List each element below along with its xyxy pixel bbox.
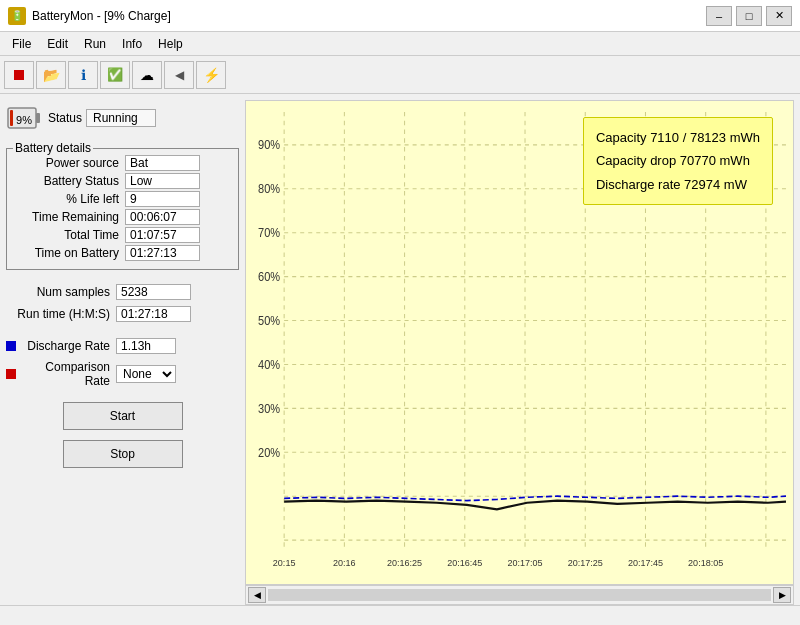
time-on-battery-value: 01:27:13 [125,245,200,261]
total-time-value: 01:07:57 [125,227,200,243]
toolbar-check[interactable]: ✅ [100,61,130,89]
num-samples-value: 5238 [116,284,191,300]
life-left-value: 9 [125,191,200,207]
left-panel: 9% Status Running Battery details Power … [0,94,245,605]
menu-edit[interactable]: Edit [39,35,76,53]
comparison-rate-select[interactable]: None [116,365,176,383]
svg-text:70%: 70% [258,227,280,240]
app-icon: 🔋 [8,7,26,25]
battery-details-group: Battery details Power source Bat Battery… [6,148,239,270]
svg-text:20:18:05: 20:18:05 [688,557,723,568]
discharge-rate-indicator [6,341,16,351]
menu-bar: File Edit Run Info Help [0,32,800,56]
status-bar [0,605,800,625]
num-samples-row: Num samples 5238 [6,284,239,300]
discharge-rate-value: 1.13h [116,338,176,354]
power-source-row: Power source Bat [15,155,230,171]
life-left-row: % Life left 9 [15,191,230,207]
discharge-rate-row: Discharge Rate 1.13h [6,338,239,354]
stop-button[interactable]: Stop [63,440,183,468]
run-time-row: Run time (H:M:S) 01:27:18 [6,306,239,322]
menu-help[interactable]: Help [150,35,191,53]
main-content: 9% Status Running Battery details Power … [0,94,800,605]
status-label: Status [48,111,82,125]
power-source-value: Bat [125,155,200,171]
toolbar-stop[interactable]: ⏹ [4,61,34,89]
title-bar-left: 🔋 BatteryMon - [9% Charge] [8,7,171,25]
chart-container: Capacity 7110 / 78123 mWh Capacity drop … [245,100,794,585]
right-panel: Capacity 7110 / 78123 mWh Capacity drop … [245,94,800,605]
power-source-label: Power source [15,156,125,170]
toolbar-open[interactable]: 📂 [36,61,66,89]
svg-text:20:17:25: 20:17:25 [568,557,603,568]
tooltip-line3: Discharge rate 72974 mW [596,173,760,196]
start-button[interactable]: Start [63,402,183,430]
menu-info[interactable]: Info [114,35,150,53]
chart-tooltip: Capacity 7110 / 78123 mWh Capacity drop … [583,117,773,205]
run-time-value: 01:27:18 [116,306,191,322]
total-time-label: Total Time [15,228,125,242]
time-remaining-row: Time Remaining 00:06:07 [15,209,230,225]
maximize-button[interactable]: □ [736,6,762,26]
svg-text:9%: 9% [16,114,32,126]
toolbar-cloud[interactable]: ☁ [132,61,162,89]
run-time-label: Run time (H:M:S) [6,307,116,321]
time-remaining-label: Time Remaining [15,210,125,224]
svg-text:20:16:25: 20:16:25 [387,557,422,568]
svg-rect-1 [36,113,40,123]
tooltip-line1: Capacity 7110 / 78123 mWh [596,126,760,149]
toolbar-flash[interactable]: ⚡ [196,61,226,89]
svg-text:20:16:45: 20:16:45 [447,557,482,568]
scroll-left-arrow[interactable]: ◀ [248,587,266,603]
title-bar: 🔋 BatteryMon - [9% Charge] – □ ✕ [0,0,800,32]
window-title: BatteryMon - [9% Charge] [32,9,171,23]
minimize-button[interactable]: – [706,6,732,26]
svg-text:50%: 50% [258,314,280,327]
svg-text:90%: 90% [258,139,280,152]
chart-scrollbar[interactable]: ◀ ▶ [245,585,794,605]
num-samples-label: Num samples [6,285,116,299]
svg-text:20%: 20% [258,446,280,459]
scroll-track[interactable] [268,589,771,601]
scroll-right-arrow[interactable]: ▶ [773,587,791,603]
battery-status-row: Battery Status Low [15,173,230,189]
svg-text:20:15: 20:15 [273,557,296,568]
toolbar-info[interactable]: ℹ [68,61,98,89]
comparison-rate-label: Comparison Rate [20,360,116,388]
status-row: 9% Status Running [6,100,239,136]
time-remaining-value: 00:06:07 [125,209,200,225]
battery-icon: 9% [6,100,42,136]
time-on-battery-row: Time on Battery 01:27:13 [15,245,230,261]
svg-text:30%: 30% [258,402,280,415]
svg-text:80%: 80% [258,183,280,196]
toolbar-back[interactable]: ◀ [164,61,194,89]
discharge-rate-label: Discharge Rate [20,339,116,353]
battery-status-value: Low [125,173,200,189]
svg-text:40%: 40% [258,358,280,371]
battery-status-label: Battery Status [15,174,125,188]
svg-rect-2 [10,110,13,126]
close-button[interactable]: ✕ [766,6,792,26]
comparison-rate-row: Comparison Rate None [6,360,239,388]
menu-run[interactable]: Run [76,35,114,53]
battery-details-title: Battery details [13,141,93,155]
svg-text:20:17:05: 20:17:05 [507,557,542,568]
menu-file[interactable]: File [4,35,39,53]
svg-text:20:16: 20:16 [333,557,356,568]
svg-text:20:17:45: 20:17:45 [628,557,663,568]
time-on-battery-label: Time on Battery [15,246,125,260]
svg-text:60%: 60% [258,271,280,284]
total-time-row: Total Time 01:07:57 [15,227,230,243]
life-left-label: % Life left [15,192,125,206]
toolbar: ⏹ 📂 ℹ ✅ ☁ ◀ ⚡ [0,56,800,94]
comparison-rate-indicator [6,369,16,379]
status-value: Running [86,109,156,127]
title-bar-controls[interactable]: – □ ✕ [706,6,792,26]
status-label-group: Status Running [48,109,156,127]
tooltip-line2: Capacity drop 70770 mWh [596,149,760,172]
